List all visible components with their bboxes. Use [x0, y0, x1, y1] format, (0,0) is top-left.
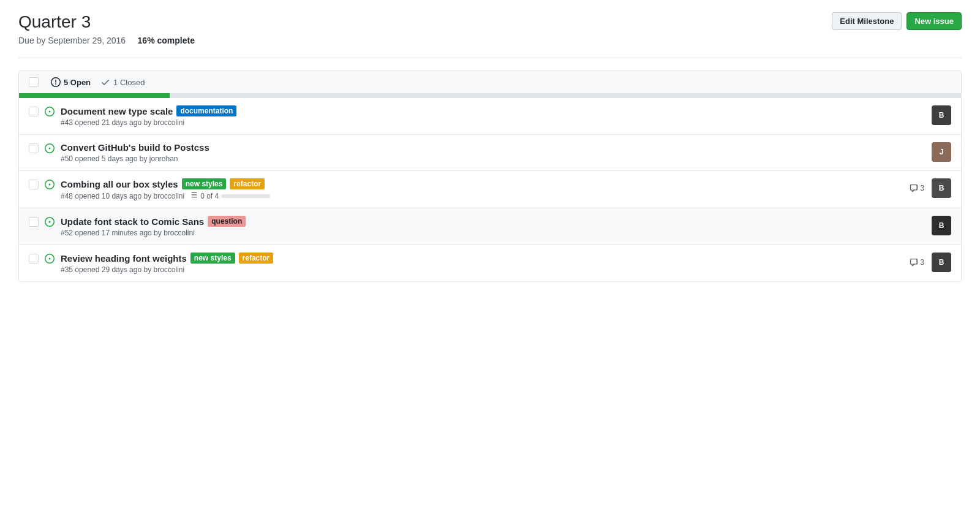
issue-title-row: Convert GitHub's build to Postcss [61, 142, 925, 153]
issue-checkbox[interactable] [29, 143, 39, 153]
issue-title-row: Review heading font weights new stylesre… [61, 253, 903, 264]
avatar: J [932, 142, 951, 162]
issues-list: Document new type scale documentation #4… [18, 98, 962, 282]
issue-title-row: Combing all our box styles new stylesref… [61, 178, 903, 189]
issue-meta: #35 opened 29 days ago by broccolini [61, 265, 903, 274]
issue-meta-text: #52 opened 17 minutes ago by broccolini [61, 229, 195, 237]
issue-open-icon [45, 107, 55, 116]
issue-title-row: Update font stack to Comic Sans question [61, 216, 925, 227]
closed-count[interactable]: 1 Closed [100, 77, 145, 87]
issue-content: Convert GitHub's build to Postcss #50 op… [61, 142, 925, 163]
issue-meta-text: #43 opened 21 days ago by broccolini [61, 118, 184, 127]
header-buttons: Edit Milestone New issue [832, 12, 962, 30]
issue-row: Combing all our box styles new stylesref… [19, 170, 961, 208]
issue-label[interactable]: new styles [190, 253, 235, 264]
issue-meta: #52 opened 17 minutes ago by broccolini [61, 229, 925, 237]
avatar: B [932, 216, 951, 235]
page-header: Quarter 3 Due by September 29, 2016 16% … [18, 12, 962, 45]
avatar: B [932, 105, 951, 125]
issue-row: Document new type scale documentation #4… [19, 98, 961, 134]
issue-row: Update font stack to Comic Sans question… [19, 208, 961, 245]
checklist-progress-bar [221, 194, 270, 198]
edit-milestone-button[interactable]: Edit Milestone [832, 12, 902, 30]
issue-title[interactable]: Combing all our box styles [61, 179, 178, 189]
issue-right: 3 B [910, 253, 951, 272]
issue-label[interactable]: new styles [182, 178, 227, 189]
page-title: Quarter 3 [18, 12, 195, 32]
issue-checkbox[interactable] [29, 217, 39, 227]
issue-row: Convert GitHub's build to Postcss #50 op… [19, 134, 961, 170]
issue-content: Document new type scale documentation #4… [61, 105, 925, 127]
issue-open-icon [45, 180, 55, 189]
check-icon [100, 77, 110, 87]
issue-title[interactable]: Document new type scale [61, 106, 173, 116]
comment-number: 3 [920, 258, 924, 267]
select-all-checkbox[interactable] [29, 77, 39, 87]
issue-checkbox[interactable] [29, 254, 39, 264]
issue-right: 3 B [910, 178, 951, 198]
new-issue-button[interactable]: New issue [907, 12, 962, 30]
issue-checkbox[interactable] [29, 107, 39, 116]
issue-right: B [932, 105, 951, 125]
issue-counts: 5 Open 1 Closed [51, 77, 145, 87]
checklist-icon [190, 191, 198, 200]
issue-meta-text: #48 opened 10 days ago by broccolini [61, 192, 184, 200]
header-divider [18, 58, 962, 58]
issue-meta: #50 opened 5 days ago by jonrohan [61, 154, 925, 163]
issue-meta-text: #35 opened 29 days ago by broccolini [61, 265, 184, 274]
issue-row: Review heading font weights new stylesre… [19, 245, 961, 281]
issue-title[interactable]: Update font stack to Comic Sans [61, 216, 204, 227]
issue-open-icon [45, 143, 55, 153]
comment-count: 3 [910, 184, 924, 192]
issue-open-icon [45, 254, 55, 264]
open-count[interactable]: 5 Open [51, 77, 91, 87]
issues-header: 5 Open 1 Closed [18, 70, 962, 93]
open-circle-icon [51, 77, 61, 87]
progress-bar-container [18, 93, 962, 98]
issue-checkbox[interactable] [29, 180, 39, 189]
issue-content: Combing all our box styles new stylesref… [61, 178, 903, 200]
issue-meta: #48 opened 10 days ago by broccolini 0 o… [61, 191, 903, 200]
issue-title[interactable]: Review heading font weights [61, 253, 187, 264]
issue-right: B [932, 216, 951, 235]
issue-open-icon [45, 217, 55, 227]
issue-title-row: Document new type scale documentation [61, 105, 925, 116]
progress-bar-fill [19, 93, 170, 98]
header-meta: Due by September 29, 2016 16% complete [18, 36, 195, 45]
avatar: B [932, 178, 951, 198]
issue-label[interactable]: refactor [230, 178, 265, 189]
avatar: B [932, 253, 951, 272]
issue-right: J [932, 142, 951, 162]
issue-content: Update font stack to Comic Sans question… [61, 216, 925, 237]
issue-meta-text: #50 opened 5 days ago by jonrohan [61, 154, 178, 163]
comment-number: 3 [920, 184, 924, 192]
comment-count: 3 [910, 258, 924, 267]
issue-content: Review heading font weights new stylesre… [61, 253, 903, 274]
issue-label[interactable]: documentation [176, 105, 236, 116]
header-left: Quarter 3 Due by September 29, 2016 16% … [18, 12, 195, 45]
checklist-meta: 0 of 4 [190, 191, 270, 200]
checklist-count: 0 of 4 [200, 192, 219, 200]
progress-text: 16% complete [138, 36, 195, 45]
due-date: Due by September 29, 2016 [18, 36, 126, 45]
issue-title[interactable]: Convert GitHub's build to Postcss [61, 142, 209, 153]
issue-meta: #43 opened 21 days ago by broccolini [61, 118, 925, 127]
issue-label[interactable]: question [208, 216, 246, 227]
issue-label[interactable]: refactor [239, 253, 274, 264]
